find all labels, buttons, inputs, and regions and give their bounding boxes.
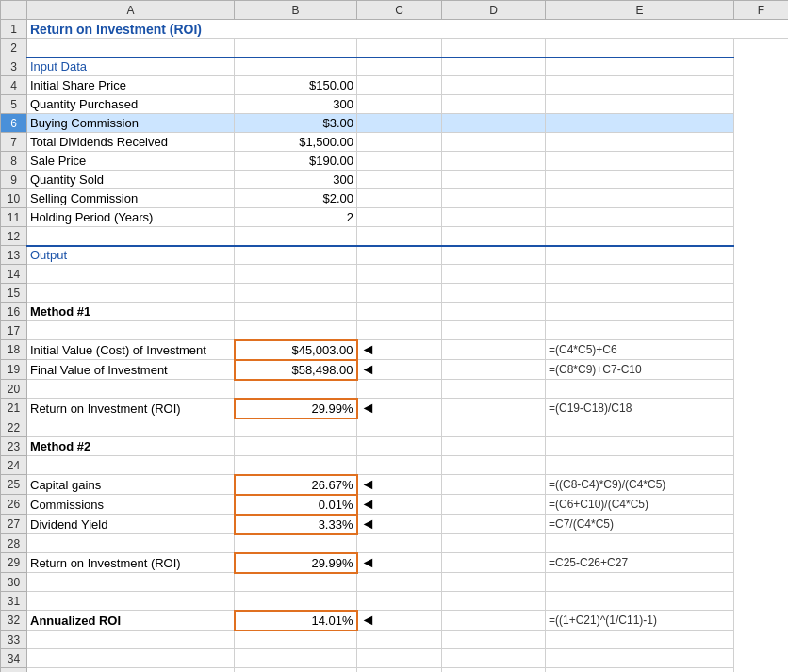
row-number[interactable]: 20 [1,380,27,399]
cell-b-15[interactable] [27,284,235,303]
cell-b-23[interactable]: Method #2 [27,437,235,456]
col-header-f[interactable]: F [734,1,789,20]
cell-b-1[interactable]: Return on Investment (ROI) [27,20,789,39]
col-header-b[interactable]: B [235,1,357,20]
cell-b-19[interactable]: Final Value of Investment [27,360,235,380]
table-row[interactable]: 30 [1,573,789,592]
cell-b-13[interactable]: Output [27,246,235,265]
cell-c-35[interactable] [235,668,357,673]
cell-b-32[interactable]: Annualized ROI [27,611,235,631]
row-number[interactable]: 10 [1,189,27,208]
cell-b-9[interactable]: Quantity Sold [27,171,235,189]
cell-b-14[interactable] [27,265,235,284]
row-number[interactable]: 33 [1,631,27,649]
table-row[interactable]: 13Output [1,246,789,265]
row-number[interactable]: 21 [1,399,27,418]
col-header-a[interactable]: A [27,1,235,20]
row-number[interactable]: 3 [1,57,27,76]
table-row[interactable]: 34 [1,649,789,668]
cell-c-30[interactable] [235,573,357,592]
row-number[interactable]: 8 [1,152,27,171]
row-number[interactable]: 24 [1,456,27,475]
cell-c-33[interactable] [235,631,357,649]
cell-c-26[interactable]: 0.01% [235,495,357,515]
cell-b-5[interactable]: Quantity Purchased [27,95,235,114]
cell-c-16[interactable] [235,303,357,321]
cell-c-11[interactable]: 2 [235,208,357,227]
cell-c-2[interactable] [235,39,357,57]
row-number[interactable]: 34 [1,649,27,668]
table-row[interactable]: 9Quantity Sold300 [1,171,789,189]
cell-b-22[interactable] [27,418,235,437]
row-number[interactable]: 11 [1,208,27,227]
table-row[interactable]: 18Initial Value (Cost) of Investment$45,… [1,340,789,360]
row-number[interactable]: 31 [1,592,27,611]
row-number[interactable]: 15 [1,284,27,303]
row-number[interactable]: 32 [1,611,27,631]
row-number[interactable]: 17 [1,321,27,340]
cell-b-8[interactable]: Sale Price [27,152,235,171]
cell-b-2[interactable] [27,39,235,57]
table-row[interactable]: 19Final Value of Investment$58,498.00◄=(… [1,360,789,380]
row-number[interactable]: 25 [1,475,27,495]
table-row[interactable]: 32Annualized ROI14.01%◄=((1+C21)^(1/C11)… [1,611,789,631]
table-row[interactable]: 25Capital gains26.67%◄=((C8-C4)*C9)/(C4*… [1,475,789,495]
cell-b-26[interactable]: Commissions [27,495,235,515]
table-row[interactable]: 6Buying Commission$3.00 [1,114,789,133]
row-number[interactable]: 12 [1,227,27,246]
cell-b-3[interactable]: Input Data [27,57,235,76]
cell-c-28[interactable] [235,534,357,553]
row-number[interactable]: 35 [1,668,27,673]
row-number[interactable]: 16 [1,303,27,321]
cell-c-18[interactable]: $45,003.00 [235,340,357,360]
cell-b-27[interactable]: Dividend Yield [27,515,235,534]
row-number[interactable]: 14 [1,265,27,284]
cell-b-35[interactable] [27,668,235,673]
cell-b-12[interactable] [27,227,235,246]
table-row[interactable]: 26Commissions0.01%◄=(C6+C10)/(C4*C5) [1,495,789,515]
table-row[interactable]: 27Dividend Yield3.33%◄=C7/(C4*C5) [1,515,789,534]
cell-c-17[interactable] [235,321,357,340]
cell-b-18[interactable]: Initial Value (Cost) of Investment [27,340,235,360]
row-number[interactable]: 28 [1,534,27,553]
row-number[interactable]: 19 [1,360,27,380]
row-number[interactable]: 9 [1,171,27,189]
col-header-c[interactable]: C [357,1,442,20]
table-row[interactable]: 21Return on Investment (ROI)29.99%◄=(C19… [1,399,789,418]
table-row[interactable]: 7Total Dividends Received$1,500.00 [1,133,789,152]
table-row[interactable]: 35 [1,668,789,673]
cell-c-32[interactable]: 14.01% [235,611,357,631]
cell-b-25[interactable]: Capital gains [27,475,235,495]
table-row[interactable]: 33 [1,631,789,649]
cell-c-15[interactable] [235,284,357,303]
table-row[interactable]: 24 [1,456,789,475]
table-row[interactable]: 2 [1,39,789,57]
table-row[interactable]: 31 [1,592,789,611]
table-row[interactable]: 10Selling Commission$2.00 [1,189,789,208]
row-number[interactable]: 2 [1,39,27,57]
row-number[interactable]: 30 [1,573,27,592]
cell-c-13[interactable] [235,246,357,265]
table-row[interactable]: 5Quantity Purchased300 [1,95,789,114]
cell-c-8[interactable]: $190.00 [235,152,357,171]
row-number[interactable]: 29 [1,553,27,573]
cell-b-4[interactable]: Initial Share Price [27,76,235,95]
cell-b-16[interactable]: Method #1 [27,303,235,321]
cell-c-6[interactable]: $3.00 [235,114,357,133]
cell-c-24[interactable] [235,456,357,475]
cell-b-28[interactable] [27,534,235,553]
cell-b-30[interactable] [27,573,235,592]
table-row[interactable]: 14 [1,265,789,284]
table-row[interactable]: 29Return on Investment (ROI)29.99%◄=C25-… [1,553,789,573]
table-row[interactable]: 4Initial Share Price$150.00 [1,76,789,95]
cell-b-34[interactable] [27,649,235,668]
table-row[interactable]: 3Input Data [1,57,789,76]
row-number[interactable]: 22 [1,418,27,437]
table-row[interactable]: 12 [1,227,789,246]
table-row[interactable]: 22 [1,418,789,437]
cell-c-29[interactable]: 29.99% [235,553,357,573]
table-row[interactable]: 16Method #1 [1,303,789,321]
cell-b-31[interactable] [27,592,235,611]
cell-c-25[interactable]: 26.67% [235,475,357,495]
cell-c-3[interactable] [235,57,357,76]
